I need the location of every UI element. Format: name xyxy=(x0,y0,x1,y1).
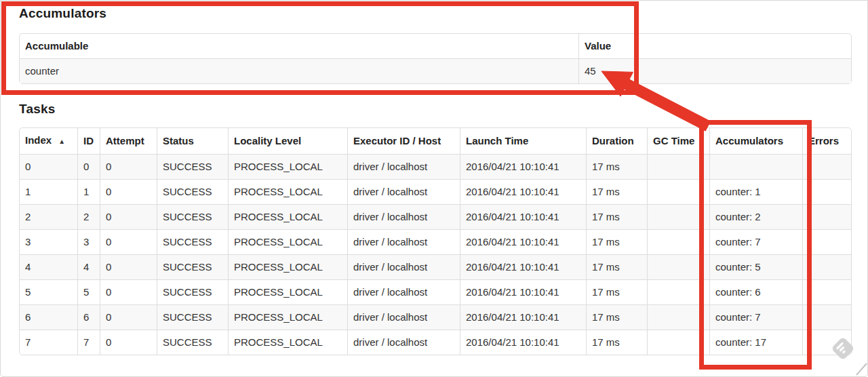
task-row: 220SUCCESSPROCESS_LOCALdriver / localhos… xyxy=(20,204,851,229)
task-cell: PROCESS_LOCAL xyxy=(228,279,347,304)
task-cell: SUCCESS xyxy=(157,254,228,279)
task-cell: 5 xyxy=(77,279,100,304)
task-cell xyxy=(647,179,709,204)
accumulators-column-header[interactable]: Accumulators xyxy=(709,128,802,154)
task-row: 660SUCCESSPROCESS_LOCALdriver / localhos… xyxy=(20,304,851,330)
task-row: 330SUCCESSPROCESS_LOCALdriver / localhos… xyxy=(20,229,851,254)
task-cell: driver / localhost xyxy=(347,204,460,229)
task-cell: counter: 7 xyxy=(709,229,802,254)
task-cell xyxy=(802,229,851,254)
task-cell: 0 xyxy=(100,179,157,204)
task-cell: PROCESS_LOCAL xyxy=(228,304,347,330)
attempt-column-header[interactable]: Attempt xyxy=(100,128,157,154)
task-cell: 17 ms xyxy=(586,204,647,229)
task-cell: counter: 6 xyxy=(709,279,802,304)
locality-level-column-header[interactable]: Locality Level xyxy=(228,128,347,154)
task-cell xyxy=(647,204,709,229)
task-cell: 2016/04/21 10:10:41 xyxy=(460,179,586,204)
task-cell: 0 xyxy=(100,154,157,179)
task-cell xyxy=(647,279,709,304)
accumulators-table: Accumulable Value counter 45 xyxy=(19,33,852,84)
task-row: 550SUCCESSPROCESS_LOCALdriver / localhos… xyxy=(20,279,851,304)
task-cell xyxy=(647,304,709,330)
status-column-header[interactable]: Status xyxy=(157,128,228,154)
gc-time-column-header[interactable]: GC Time xyxy=(647,128,709,154)
task-cell xyxy=(802,330,851,355)
task-cell: driver / localhost xyxy=(347,330,460,355)
task-row: 110SUCCESSPROCESS_LOCALdriver / localhos… xyxy=(20,179,851,204)
task-cell: 6 xyxy=(20,304,77,330)
task-cell: 0 xyxy=(20,154,77,179)
task-cell: driver / localhost xyxy=(347,179,460,204)
task-cell: 5 xyxy=(20,279,77,304)
accumulable-value-cell: 45 xyxy=(578,58,851,83)
task-cell xyxy=(647,330,709,355)
index-header-label: Index xyxy=(25,134,52,146)
task-cell xyxy=(647,254,709,279)
task-cell: counter: 1 xyxy=(709,179,802,204)
task-cell: counter: 2 xyxy=(709,204,802,229)
accumulable-name-cell: counter xyxy=(20,58,578,83)
task-cell: PROCESS_LOCAL xyxy=(228,229,347,254)
tasks-table: Index▲ ID Attempt Status Locality Level … xyxy=(19,127,852,355)
task-cell: 17 ms xyxy=(586,279,647,304)
task-cell: 17 ms xyxy=(586,254,647,279)
task-cell: PROCESS_LOCAL xyxy=(228,179,347,204)
task-cell xyxy=(802,254,851,279)
task-row: 770SUCCESSPROCESS_LOCALdriver / localhos… xyxy=(20,330,851,355)
task-cell xyxy=(802,304,851,330)
tasks-heading: Tasks xyxy=(19,102,55,117)
task-cell: 1 xyxy=(20,179,77,204)
task-cell: 2016/04/21 10:10:41 xyxy=(460,279,586,304)
launch-time-column-header[interactable]: Launch Time xyxy=(460,128,586,154)
task-cell: 2 xyxy=(77,204,100,229)
task-cell: driver / localhost xyxy=(347,254,460,279)
task-cell xyxy=(802,179,851,204)
task-cell: SUCCESS xyxy=(157,179,228,204)
task-cell: 2016/04/21 10:10:41 xyxy=(460,330,586,355)
task-cell: 2016/04/21 10:10:41 xyxy=(460,254,586,279)
task-cell: 2016/04/21 10:10:41 xyxy=(460,154,586,179)
task-cell: PROCESS_LOCAL xyxy=(228,330,347,355)
accumulable-column-header[interactable]: Accumulable xyxy=(20,34,578,58)
errors-column-header[interactable]: Errors xyxy=(802,128,851,154)
task-cell: 7 xyxy=(77,330,100,355)
task-cell: 0 xyxy=(100,304,157,330)
task-cell: driver / localhost xyxy=(347,154,460,179)
task-cell: driver / localhost xyxy=(347,279,460,304)
task-cell: 4 xyxy=(20,254,77,279)
task-cell: 2 xyxy=(20,204,77,229)
tasks-header-row: Index▲ ID Attempt Status Locality Level … xyxy=(20,128,851,154)
task-row: 000SUCCESSPROCESS_LOCALdriver / localhos… xyxy=(20,154,851,179)
task-cell xyxy=(709,154,802,179)
task-cell: 7 xyxy=(20,330,77,355)
id-column-header[interactable]: ID xyxy=(77,128,100,154)
task-cell: SUCCESS xyxy=(157,330,228,355)
executor-id-host-column-header[interactable]: Executor ID / Host xyxy=(347,128,460,154)
index-column-header[interactable]: Index▲ xyxy=(20,128,77,154)
task-cell: SUCCESS xyxy=(157,204,228,229)
task-cell: 6 xyxy=(77,304,100,330)
task-cell: 17 ms xyxy=(586,154,647,179)
task-cell: 17 ms xyxy=(586,179,647,204)
task-cell: 1 xyxy=(77,179,100,204)
task-cell xyxy=(647,229,709,254)
task-cell xyxy=(802,204,851,229)
task-cell: SUCCESS xyxy=(157,279,228,304)
task-cell: 0 xyxy=(100,330,157,355)
task-cell: 0 xyxy=(100,254,157,279)
task-cell xyxy=(802,154,851,179)
task-cell: counter: 17 xyxy=(709,330,802,355)
task-cell xyxy=(802,279,851,304)
accumulator-row: counter 45 xyxy=(20,58,851,83)
task-cell: SUCCESS xyxy=(157,304,228,330)
task-cell: driver / localhost xyxy=(347,229,460,254)
task-cell: PROCESS_LOCAL xyxy=(228,204,347,229)
duration-column-header[interactable]: Duration xyxy=(586,128,647,154)
task-cell: driver / localhost xyxy=(347,304,460,330)
task-cell: 3 xyxy=(77,229,100,254)
value-column-header[interactable]: Value xyxy=(578,34,851,58)
sort-ascending-icon: ▲ xyxy=(58,138,65,145)
task-cell: 3 xyxy=(20,229,77,254)
task-cell: 0 xyxy=(77,154,100,179)
